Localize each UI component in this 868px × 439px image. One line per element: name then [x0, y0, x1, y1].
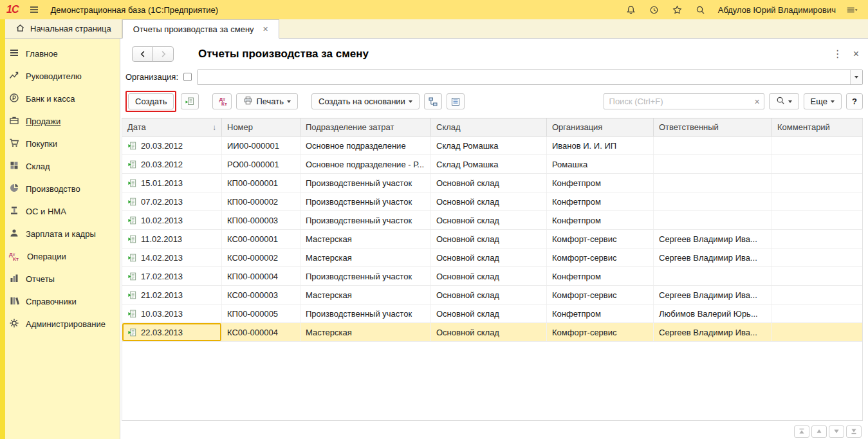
sidebar-item-purchases[interactable]: Покупки	[9, 133, 120, 155]
table-row[interactable]: 11.02.2013 КС00-000001 Мастерская Основн…	[122, 230, 862, 248]
global-search-icon[interactable]	[694, 3, 708, 17]
dt-kt-postings-button[interactable]: ДтКт	[212, 93, 232, 109]
table-row[interactable]: 07.02.2013 КП00-000002 Производственный …	[122, 192, 862, 211]
sidebar-item-main[interactable]: Главное	[9, 42, 120, 65]
table-body: 20.03.2012 ИИ00-000001 Основное подразде…	[122, 136, 862, 420]
main-panel: Отчеты производства за смену ⋮ × Организ…	[120, 39, 868, 439]
topbar-left: 1С Демонстрационная база (1С:Предприятие…	[6, 3, 218, 17]
chevron-down-icon	[831, 100, 835, 103]
page-down-button[interactable]	[829, 425, 844, 438]
posted-document-icon	[127, 197, 137, 207]
notifications-bell-icon[interactable]	[624, 3, 638, 17]
column-header-date[interactable]: Дата ↓	[122, 118, 222, 136]
chevron-down-icon	[287, 100, 291, 103]
accent-strip	[0, 19, 5, 439]
bar-chart-icon	[9, 273, 19, 285]
sidebar-item-production[interactable]: Производство	[9, 178, 120, 200]
help-button[interactable]: ?	[846, 93, 863, 109]
table-row[interactable]: 10.02.2013 КП00-000003 Производственный …	[122, 211, 862, 230]
sidebar-item-payroll-hr[interactable]: Зарплата и кадры	[9, 223, 120, 245]
table-row[interactable]: 20.03.2012 РО00-000001 Основное подразде…	[122, 155, 862, 174]
sidebar-item-administration[interactable]: Администрирование	[9, 313, 120, 335]
search-options-button[interactable]	[769, 93, 799, 109]
table-row[interactable]: 17.02.2013 КП00-000004 Производственный …	[122, 267, 862, 286]
posted-document-icon	[127, 272, 137, 281]
column-header-department[interactable]: Подразделение затрат	[300, 118, 431, 136]
go-to-bottom-button[interactable]	[846, 425, 862, 438]
favorites-star-icon[interactable]	[670, 3, 685, 17]
tab-close-icon[interactable]: ×	[263, 24, 268, 34]
app-window: 1С Демонстрационная база (1С:Предприятие…	[0, 0, 868, 439]
service-menu-icon[interactable]	[845, 3, 859, 17]
table-row[interactable]: 10.03.2013 КП00-000005 Производственный …	[122, 304, 862, 323]
create-based-on-button[interactable]: Создать на основании	[311, 93, 420, 109]
column-header-warehouse[interactable]: Склад	[431, 118, 547, 136]
table-row[interactable]: 15.01.2013 КП00-000001 Производственный …	[122, 174, 862, 192]
form-close-icon[interactable]: ×	[853, 49, 859, 59]
search-input[interactable]	[604, 97, 751, 106]
back-button[interactable]	[132, 46, 153, 62]
organization-dropdown-icon[interactable]	[850, 70, 862, 84]
sidebar-item-manager[interactable]: Руководителю	[9, 65, 120, 88]
topbar: 1С Демонстрационная база (1С:Предприятие…	[0, 0, 868, 19]
posted-document-icon	[127, 234, 137, 244]
table-row[interactable]: 14.02.2013 КС00-000002 Мастерская Основн…	[122, 248, 862, 267]
user-name[interactable]: Абдулов Юрий Владимирович	[718, 5, 836, 15]
create-button[interactable]: Создать	[128, 93, 174, 109]
tab-production-reports[interactable]: Отчеты производства за смену ×	[122, 19, 279, 39]
search-box: ×	[604, 93, 764, 109]
table-row[interactable]: 20.03.2012 ИИ00-000001 Основное подразде…	[122, 136, 862, 155]
form-more-icon[interactable]: ⋮	[833, 49, 843, 59]
column-header-organization[interactable]: Организация	[547, 118, 654, 136]
history-icon[interactable]	[647, 3, 661, 17]
organization-checkbox[interactable]	[183, 73, 192, 81]
chevron-down-icon	[788, 100, 792, 103]
main-menu-icon[interactable]	[27, 3, 41, 17]
posted-document-icon	[127, 178, 137, 188]
tab-production-reports-label: Отчеты производства за смену	[133, 24, 254, 34]
dt-kt-icon: ДтКт	[9, 252, 21, 261]
organization-combo[interactable]	[197, 70, 863, 85]
cart-icon	[9, 138, 19, 150]
table-row[interactable]: 21.02.2013 КС00-000003 Мастерская Основн…	[122, 286, 862, 304]
organization-input[interactable]	[198, 70, 850, 84]
search-clear-icon[interactable]: ×	[751, 97, 764, 107]
sidebar-item-catalogs[interactable]: Справочники	[9, 290, 120, 313]
sidebar-item-sales[interactable]: Продажи	[9, 110, 120, 133]
printer-icon	[243, 96, 253, 107]
copy-document-button[interactable]	[181, 93, 199, 109]
column-header-number[interactable]: Номер	[222, 118, 300, 136]
settings-gear-icon	[9, 318, 19, 330]
more-button[interactable]: Еще	[804, 93, 842, 109]
column-header-responsible[interactable]: Ответственный	[654, 118, 772, 136]
tab-home[interactable]: Начальная страница	[5, 19, 122, 38]
register-records-button[interactable]	[447, 93, 465, 109]
tab-home-label: Начальная страница	[30, 24, 111, 33]
person-icon	[9, 228, 19, 240]
sidebar-item-reports[interactable]: Отчеты	[9, 268, 120, 290]
documents-table: Дата ↓ Номер Подразделение затрат Склад …	[122, 118, 863, 421]
body: Главное Руководителю Банк и касса Продаж…	[0, 39, 868, 439]
bank-cash-icon	[9, 93, 19, 105]
sidebar-item-operations[interactable]: ДтКт Операции	[9, 245, 120, 268]
print-button[interactable]: Печать	[236, 93, 298, 109]
sidebar-item-warehouse[interactable]: Склад	[9, 155, 120, 178]
column-header-comment[interactable]: Комментарий	[772, 118, 862, 136]
table-row[interactable]: 22.03.2013 КС00-000004 Мастерская Основн…	[122, 323, 862, 342]
1c-logo: 1С	[6, 4, 18, 15]
go-to-top-button[interactable]	[794, 425, 809, 438]
organization-label: Организация:	[125, 72, 178, 82]
sidebar-item-bank-cash[interactable]: Банк и касса	[9, 88, 120, 110]
forward-button[interactable]	[152, 46, 174, 62]
sidebar-item-fixed-assets[interactable]: ОС и НМА	[9, 200, 120, 223]
posted-document-icon	[127, 309, 137, 319]
posted-document-icon	[127, 141, 137, 151]
posted-document-icon	[127, 328, 137, 337]
trend-icon	[9, 70, 19, 82]
window-title: Демонстрационная база (1С:Предприятие)	[50, 5, 218, 15]
sales-briefcase-icon	[9, 115, 19, 127]
sort-desc-icon: ↓	[212, 123, 216, 132]
history-nav	[132, 46, 174, 62]
related-documents-button[interactable]	[424, 93, 442, 109]
page-up-button[interactable]	[811, 425, 827, 438]
